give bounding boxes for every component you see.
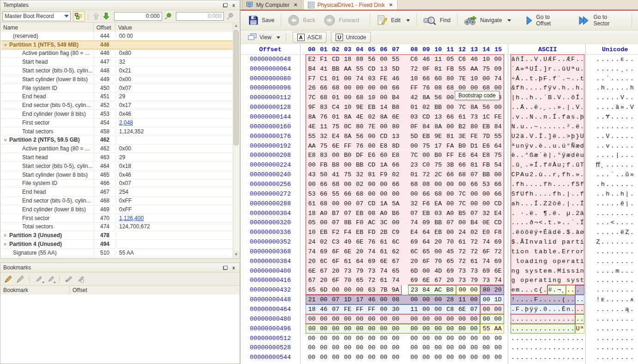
hex-byte-cell[interactable]: 69	[444, 266, 456, 276]
hex-byte-cell[interactable]: F2	[330, 227, 342, 237]
ascii-char-cell[interactable]: a	[566, 112, 571, 122]
ascii-char-cell[interactable]: |	[566, 102, 571, 112]
ascii-char-cell[interactable]: .	[534, 84, 538, 93]
ascii-char-cell[interactable]: .	[524, 343, 529, 353]
hex-byte-cell[interactable]: 00	[342, 179, 354, 189]
unicode-char-cell[interactable]: .	[615, 285, 620, 295]
hex-byte-cell[interactable]: 69	[492, 237, 504, 247]
hex-byte-cell[interactable]: 75	[330, 122, 342, 131]
hex-byte-cell[interactable]: 55	[306, 131, 318, 141]
hex-byte-cell[interactable]: 00	[366, 189, 378, 199]
ascii-char-cell[interactable]: .	[557, 334, 561, 343]
hex-byte-cell[interactable]: 01	[330, 93, 342, 102]
hex-byte-cell[interactable]: 8A	[468, 102, 480, 112]
hex-byte-cell[interactable]: 00	[492, 170, 504, 179]
unicode-char-cell[interactable]: .	[596, 74, 601, 84]
ascii-char-cell[interactable]: .	[561, 218, 566, 227]
unicode-char-cell[interactable]: Ɏ	[605, 112, 610, 122]
ascii-char-cell[interactable]: ú	[561, 141, 566, 151]
ascii-char-cell[interactable]: f	[566, 160, 571, 170]
ascii-char-cell[interactable]: .	[571, 122, 575, 131]
ascii-char-cell[interactable]: .	[543, 352, 548, 362]
edit-bookmark-button[interactable]	[14, 274, 26, 284]
unicode-char-cell[interactable]: .	[615, 295, 620, 304]
hex-byte-cell[interactable]: B0	[456, 141, 468, 151]
hex-byte-cell[interactable]: 03	[432, 209, 444, 218]
ascii-char-cell[interactable]: .	[538, 314, 543, 324]
ascii-char-cell[interactable]: .	[511, 179, 515, 189]
unicode-char-cell[interactable]: .	[596, 131, 601, 141]
hex-byte-cell[interactable]: 00	[354, 84, 366, 93]
unicode-char-cell[interactable]: .	[625, 218, 630, 227]
sector-link[interactable]: 1,126,400	[119, 215, 144, 221]
ascii-char-cell[interactable]: .	[557, 131, 561, 141]
unicode-char-cell[interactable]: ᴀ	[630, 295, 635, 304]
ascii-char-cell[interactable]: .	[529, 122, 534, 131]
edit-button[interactable]: Edit	[373, 12, 414, 28]
hex-byte-cell[interactable]: B6	[390, 209, 402, 218]
hex-byte-cell[interactable]: 74	[354, 74, 366, 84]
unicode-char-cell[interactable]: .	[605, 122, 610, 131]
ascii-char-cell[interactable]: .	[538, 122, 543, 131]
ascii-char-cell[interactable]: `	[557, 74, 561, 84]
hex-byte-cell[interactable]: 02	[318, 237, 330, 247]
hex-byte-cell[interactable]: CD	[420, 112, 432, 122]
unicode-char-cell[interactable]: .	[610, 334, 615, 343]
hex-byte-cell[interactable]: 6E	[306, 266, 318, 276]
hex-byte-cell[interactable]: 7C	[456, 189, 468, 199]
template-row[interactable]: Signature (55 AA)51055 AA	[1, 249, 233, 257]
hex-byte-cell[interactable]: 72	[420, 170, 432, 179]
unicode-char-cell[interactable]: .	[625, 93, 630, 102]
hex-byte-cell[interactable]: 66	[444, 112, 456, 122]
hex-byte-cell[interactable]: 1A	[378, 199, 390, 209]
ascii-char-cell[interactable]: .	[552, 352, 557, 362]
unicode-char-cell[interactable]: .	[596, 343, 601, 353]
hex-byte-cell[interactable]: F4	[342, 227, 354, 237]
hex-byte-cell[interactable]: 00	[306, 314, 318, 324]
unicode-char-cell[interactable]: .	[615, 160, 620, 170]
ascii-char-cell[interactable]: þ	[580, 112, 584, 122]
ascii-char-cell[interactable]: ´	[543, 93, 548, 102]
ascii-char-cell[interactable]: f	[524, 189, 529, 199]
ascii-char-cell[interactable]: i	[515, 247, 520, 257]
ascii-char-cell[interactable]: .	[571, 199, 575, 209]
unicode-char-cell[interactable]: .	[620, 295, 625, 304]
ascii-char-cell[interactable]: U	[543, 54, 548, 64]
ascii-char-cell[interactable]: i	[561, 266, 566, 276]
ascii-char-cell[interactable]: u	[515, 141, 520, 151]
template-offset-input-2[interactable]: 0:000	[176, 12, 224, 21]
hex-byte-cell[interactable]: 00	[330, 199, 342, 209]
hex-byte-cell[interactable]: 49	[342, 237, 354, 247]
hex-byte-cell[interactable]: EB	[480, 122, 492, 131]
hex-byte-cell[interactable]: 72	[492, 247, 504, 257]
hex-byte-cell[interactable]: BB	[432, 218, 444, 227]
hex-byte-cell[interactable]: B7	[330, 209, 342, 218]
ascii-char-cell[interactable]: .	[566, 93, 571, 102]
template-row[interactable]: Active partition flag (80 = ...4460x80	[1, 49, 233, 58]
ascii-char-cell[interactable]: s	[575, 276, 580, 286]
template-row[interactable]: End cylinder (lower 8 bits)4690xFF	[1, 205, 233, 214]
hex-byte-cell[interactable]: 84	[420, 285, 432, 295]
hex-byte-cell[interactable]: 46	[420, 54, 432, 64]
hex-byte-cell[interactable]: 84	[492, 122, 504, 131]
hex-byte-cell[interactable]: 00	[354, 343, 366, 353]
hex-byte-cell[interactable]: B4	[306, 64, 318, 74]
hex-byte-cell[interactable]: 72	[468, 237, 480, 247]
unicode-char-cell[interactable]: .	[625, 84, 630, 93]
ascii-char-cell[interactable]: t	[580, 74, 584, 84]
unicode-char-cell[interactable]: .	[605, 64, 610, 74]
unicode-char-cell[interactable]: .	[610, 285, 615, 295]
hex-byte-cell[interactable]: 74	[480, 257, 492, 266]
hex-byte-cell[interactable]: 00	[492, 334, 504, 343]
hex-byte-cell[interactable]: 00	[468, 324, 480, 334]
unicode-char-cell[interactable]: .	[620, 334, 625, 343]
ascii-char-cell[interactable]: s	[571, 266, 575, 276]
ascii-char-cell[interactable]: »	[557, 102, 561, 112]
unicode-char-cell[interactable]: .	[615, 343, 620, 353]
hex-byte-cell[interactable]: 3B	[444, 160, 456, 170]
template-row[interactable]: End head45129	[1, 93, 233, 101]
unicode-char-cell[interactable]: .	[601, 314, 606, 324]
unicode-char-cell[interactable]: .	[610, 102, 615, 112]
hex-byte-cell[interactable]: 18	[306, 304, 318, 314]
hex-byte-cell[interactable]: 00	[390, 189, 402, 199]
